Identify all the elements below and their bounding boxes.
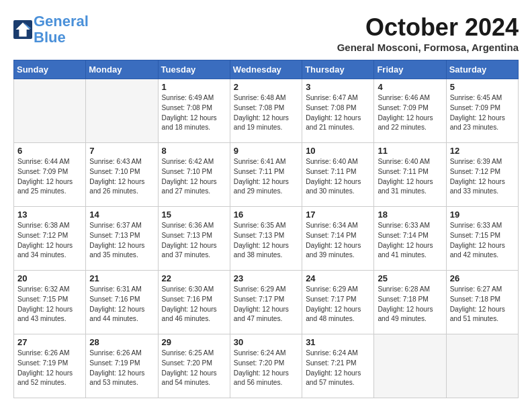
day-info: Sunrise: 6:41 AMSunset: 7:11 PMDaylight:…: [234, 157, 298, 197]
day-info: Sunrise: 6:48 AMSunset: 7:08 PMDaylight:…: [234, 93, 298, 133]
calendar-row: 20Sunrise: 6:32 AMSunset: 7:15 PMDayligh…: [14, 271, 519, 334]
day-number: 18: [378, 210, 442, 220]
day-info: Sunrise: 6:43 AMSunset: 7:10 PMDaylight:…: [89, 157, 154, 197]
day-info: Sunrise: 6:45 AMSunset: 7:09 PMDaylight:…: [450, 93, 515, 133]
day-number: 6: [17, 146, 82, 156]
day-number: 13: [17, 210, 82, 220]
col-header-saturday: Saturday: [446, 60, 518, 79]
calendar-cell: [14, 79, 86, 143]
calendar-cell: 22Sunrise: 6:30 AMSunset: 7:16 PMDayligh…: [158, 271, 230, 334]
day-info: Sunrise: 6:42 AMSunset: 7:10 PMDaylight:…: [162, 157, 226, 197]
calendar-cell: 17Sunrise: 6:34 AMSunset: 7:14 PMDayligh…: [302, 207, 374, 271]
calendar-row: 6Sunrise: 6:44 AMSunset: 7:09 PMDaylight…: [14, 143, 519, 207]
calendar-cell: 15Sunrise: 6:36 AMSunset: 7:13 PMDayligh…: [158, 207, 230, 271]
col-header-monday: Monday: [86, 60, 158, 79]
day-info: Sunrise: 6:38 AMSunset: 7:12 PMDaylight:…: [17, 221, 82, 261]
day-info: Sunrise: 6:29 AMSunset: 7:17 PMDaylight:…: [306, 285, 370, 324]
calendar-cell: 18Sunrise: 6:33 AMSunset: 7:14 PMDayligh…: [374, 207, 446, 271]
day-info: Sunrise: 6:25 AMSunset: 7:20 PMDaylight:…: [162, 349, 226, 388]
calendar-row: 13Sunrise: 6:38 AMSunset: 7:12 PMDayligh…: [14, 207, 519, 271]
month-title: October 2024: [337, 13, 519, 42]
day-number: 16: [234, 210, 298, 220]
day-number: 10: [306, 146, 370, 156]
calendar-cell: 24Sunrise: 6:29 AMSunset: 7:17 PMDayligh…: [302, 271, 374, 334]
logo: GeneralBlue: [13, 13, 89, 46]
calendar-cell: 6Sunrise: 6:44 AMSunset: 7:09 PMDaylight…: [14, 143, 86, 207]
calendar-cell: 31Sunrise: 6:24 AMSunset: 7:21 PMDayligh…: [302, 334, 374, 398]
day-info: Sunrise: 6:39 AMSunset: 7:12 PMDaylight:…: [450, 157, 515, 197]
day-info: Sunrise: 6:40 AMSunset: 7:11 PMDaylight:…: [306, 157, 370, 197]
day-number: 26: [450, 273, 515, 283]
day-number: 31: [306, 337, 370, 347]
calendar-cell: 20Sunrise: 6:32 AMSunset: 7:15 PMDayligh…: [14, 271, 86, 334]
day-number: 3: [306, 82, 370, 92]
day-number: 30: [234, 337, 298, 347]
day-info: Sunrise: 6:29 AMSunset: 7:17 PMDaylight:…: [234, 285, 298, 324]
title-block: October 2024 General Mosconi, Formosa, A…: [337, 13, 519, 53]
day-info: Sunrise: 6:35 AMSunset: 7:13 PMDaylight:…: [234, 221, 298, 261]
calendar-cell: 13Sunrise: 6:38 AMSunset: 7:12 PMDayligh…: [14, 207, 86, 271]
calendar-cell: 19Sunrise: 6:33 AMSunset: 7:15 PMDayligh…: [446, 207, 518, 271]
day-number: 1: [162, 82, 226, 92]
day-info: Sunrise: 6:24 AMSunset: 7:21 PMDaylight:…: [306, 349, 370, 388]
day-number: 25: [378, 273, 442, 283]
col-header-tuesday: Tuesday: [158, 60, 230, 79]
day-info: Sunrise: 6:36 AMSunset: 7:13 PMDaylight:…: [162, 221, 226, 261]
day-number: 14: [89, 210, 154, 220]
day-number: 8: [162, 146, 226, 156]
col-header-wednesday: Wednesday: [230, 60, 302, 79]
day-info: Sunrise: 6:34 AMSunset: 7:14 PMDaylight:…: [306, 221, 370, 261]
calendar-cell: 21Sunrise: 6:31 AMSunset: 7:16 PMDayligh…: [86, 271, 158, 334]
day-info: Sunrise: 6:30 AMSunset: 7:16 PMDaylight:…: [162, 285, 226, 324]
calendar-row: 27Sunrise: 6:26 AMSunset: 7:19 PMDayligh…: [14, 334, 519, 398]
day-number: 28: [89, 337, 154, 347]
day-number: 29: [162, 337, 226, 347]
day-number: 2: [234, 82, 298, 92]
day-info: Sunrise: 6:32 AMSunset: 7:15 PMDaylight:…: [17, 285, 82, 324]
calendar-cell: 2Sunrise: 6:48 AMSunset: 7:08 PMDaylight…: [230, 79, 302, 143]
day-number: 5: [450, 82, 515, 92]
location-subtitle: General Mosconi, Formosa, Argentina: [337, 42, 519, 53]
calendar-cell: 23Sunrise: 6:29 AMSunset: 7:17 PMDayligh…: [230, 271, 302, 334]
col-header-thursday: Thursday: [302, 60, 374, 79]
day-number: 22: [162, 273, 226, 283]
day-number: 15: [162, 210, 226, 220]
day-number: 24: [306, 273, 370, 283]
calendar-cell: [86, 79, 158, 143]
day-number: 12: [450, 146, 515, 156]
day-number: 23: [234, 273, 298, 283]
calendar-cell: [374, 334, 446, 398]
calendar-cell: 26Sunrise: 6:27 AMSunset: 7:18 PMDayligh…: [446, 271, 518, 334]
calendar-cell: 16Sunrise: 6:35 AMSunset: 7:13 PMDayligh…: [230, 207, 302, 271]
calendar-cell: 11Sunrise: 6:40 AMSunset: 7:11 PMDayligh…: [374, 143, 446, 207]
calendar-cell: 12Sunrise: 6:39 AMSunset: 7:12 PMDayligh…: [446, 143, 518, 207]
day-number: 19: [450, 210, 515, 220]
day-info: Sunrise: 6:44 AMSunset: 7:09 PMDaylight:…: [17, 157, 82, 197]
day-info: Sunrise: 6:27 AMSunset: 7:18 PMDaylight:…: [450, 285, 515, 324]
day-number: 27: [17, 337, 82, 347]
day-info: Sunrise: 6:37 AMSunset: 7:13 PMDaylight:…: [89, 221, 154, 261]
calendar-cell: 27Sunrise: 6:26 AMSunset: 7:19 PMDayligh…: [14, 334, 86, 398]
logo-text: GeneralBlue: [34, 13, 89, 46]
calendar-cell: 3Sunrise: 6:47 AMSunset: 7:08 PMDaylight…: [302, 79, 374, 143]
calendar-cell: 25Sunrise: 6:28 AMSunset: 7:18 PMDayligh…: [374, 271, 446, 334]
calendar-cell: 10Sunrise: 6:40 AMSunset: 7:11 PMDayligh…: [302, 143, 374, 207]
day-info: Sunrise: 6:26 AMSunset: 7:19 PMDaylight:…: [89, 349, 154, 388]
day-info: Sunrise: 6:24 AMSunset: 7:20 PMDaylight:…: [234, 349, 298, 388]
col-header-sunday: Sunday: [14, 60, 86, 79]
calendar-header-row: SundayMondayTuesdayWednesdayThursdayFrid…: [14, 60, 519, 79]
page-header: GeneralBlue October 2024 General Mosconi…: [13, 13, 519, 53]
calendar-cell: 28Sunrise: 6:26 AMSunset: 7:19 PMDayligh…: [86, 334, 158, 398]
calendar-cell: 8Sunrise: 6:42 AMSunset: 7:10 PMDaylight…: [158, 143, 230, 207]
day-number: 21: [89, 273, 154, 283]
col-header-friday: Friday: [374, 60, 446, 79]
day-number: 4: [378, 82, 442, 92]
calendar-cell: 30Sunrise: 6:24 AMSunset: 7:20 PMDayligh…: [230, 334, 302, 398]
day-number: 20: [17, 273, 82, 283]
day-info: Sunrise: 6:49 AMSunset: 7:08 PMDaylight:…: [162, 93, 226, 133]
calendar-cell: 7Sunrise: 6:43 AMSunset: 7:10 PMDaylight…: [86, 143, 158, 207]
day-number: 9: [234, 146, 298, 156]
day-info: Sunrise: 6:40 AMSunset: 7:11 PMDaylight:…: [378, 157, 442, 197]
calendar-cell: 1Sunrise: 6:49 AMSunset: 7:08 PMDaylight…: [158, 79, 230, 143]
calendar-cell: 14Sunrise: 6:37 AMSunset: 7:13 PMDayligh…: [86, 207, 158, 271]
